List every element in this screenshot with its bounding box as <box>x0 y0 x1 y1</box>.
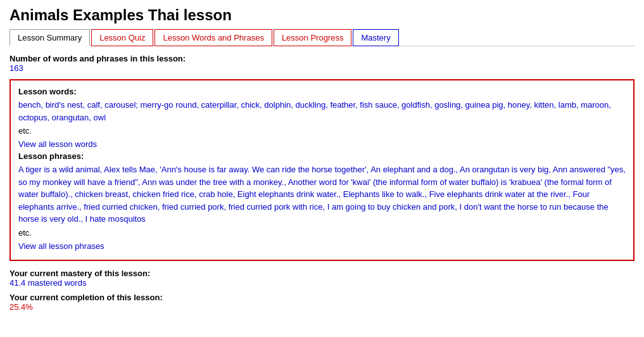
tab-lesson-words-phrases[interactable]: Lesson Words and Phrases <box>155 29 272 46</box>
lesson-words-etc: etc. <box>18 126 626 136</box>
view-all-words-link[interactable]: View all lesson words <box>18 139 97 149</box>
completion-section: Your current completion of this lesson: … <box>9 293 635 312</box>
mastery-section: Your current mastery of this lesson: 41.… <box>9 269 635 288</box>
lesson-phrases-section: Lesson phrases: A tiger is a wild animal… <box>18 151 626 253</box>
lesson-content-box: Lesson words: bench, bird's nest, calf, … <box>9 79 635 261</box>
mastery-value: 41.4 mastered words <box>9 278 86 288</box>
mastery-label: Your current mastery of this lesson: <box>9 269 150 278</box>
tab-lesson-summary[interactable]: Lesson Summary <box>9 29 90 46</box>
tab-lesson-quiz[interactable]: Lesson Quiz <box>91 29 153 46</box>
words-phrases-count: 163 <box>9 63 23 73</box>
tab-mastery[interactable]: Mastery <box>353 29 398 46</box>
page-title: Animals Examples Thai lesson <box>9 6 635 24</box>
lesson-words-content: bench, bird's nest, calf, carousel; merr… <box>18 99 626 124</box>
lesson-phrases-title: Lesson phrases: <box>18 151 626 161</box>
completion-value: 25.4% <box>9 302 33 312</box>
lesson-words-section: Lesson words: bench, bird's nest, calf, … <box>18 87 626 151</box>
view-all-phrases-link[interactable]: View all lesson phrases <box>18 241 104 251</box>
tabs-bar: Lesson Summary Lesson Quiz Lesson Words … <box>9 29 635 46</box>
lesson-words-title: Lesson words: <box>18 87 626 96</box>
words-phrases-label: Number of words and phrases in this less… <box>9 54 186 63</box>
tab-lesson-progress[interactable]: Lesson Progress <box>274 29 352 46</box>
lesson-phrases-content: A tiger is a wild animal, Alex tells Mae… <box>18 163 626 226</box>
words-phrases-stats: Number of words and phrases in this less… <box>9 54 635 73</box>
lesson-phrases-etc: etc. <box>18 228 626 238</box>
completion-label: Your current completion of this lesson: <box>9 293 163 302</box>
